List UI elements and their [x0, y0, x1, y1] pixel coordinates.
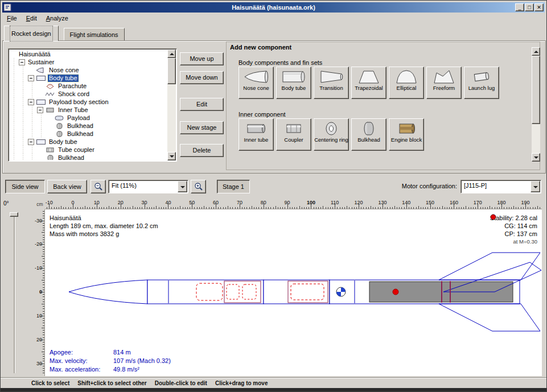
tree-item-parachute[interactable]: Parachute	[10, 82, 167, 90]
close-button[interactable]: ✕	[534, 3, 544, 11]
expander-spacer	[10, 51, 16, 57]
payload-section-shape[interactable]	[264, 280, 330, 304]
tree-guide	[10, 58, 19, 66]
tree-item-bulkhead[interactable]: Bulkhead	[10, 154, 167, 160]
tree-guide	[10, 90, 19, 98]
tree-item-inner-tube[interactable]: Inner Tube	[10, 106, 167, 114]
component-button-bulkhead[interactable]: Bulkhead	[351, 118, 386, 151]
chevron-down-icon[interactable]	[530, 181, 540, 192]
menu-analyze[interactable]: Analyze	[42, 13, 73, 24]
chevron-down-icon[interactable]	[178, 181, 187, 192]
collapse-toggle-icon[interactable]	[37, 107, 43, 113]
ruler-label: 110	[331, 200, 339, 205]
zoom-select[interactable]: Fit (11%)	[108, 180, 188, 193]
status-hint: Shift+click to select other	[77, 380, 146, 386]
tree-item-sustainer[interactable]: Sustainer	[10, 58, 167, 66]
component-button-freeform[interactable]: Freeform	[426, 67, 462, 99]
tree-item-body-tube[interactable]: Body tube	[10, 74, 167, 82]
payload-icon	[54, 115, 64, 121]
edit-button[interactable]: Edit	[180, 98, 224, 111]
component-button-elliptical[interactable]: Elliptical	[389, 67, 424, 99]
component-button-label: Elliptical	[397, 85, 417, 91]
innertube-icon	[45, 107, 55, 113]
cg-value: CG: 114 cm	[504, 222, 537, 229]
menu-file[interactable]: File	[2, 13, 22, 24]
tree-item-payload[interactable]: Payload	[10, 114, 167, 122]
expander-spacer	[37, 147, 43, 153]
component-button-label: Engine block	[391, 137, 422, 143]
scroll-up-icon[interactable]	[532, 47, 540, 56]
rotation-slider-handle[interactable]	[10, 212, 18, 217]
tree-item-payload-body-section[interactable]: Payload body section	[10, 98, 167, 106]
status-hint: Click to select	[31, 380, 69, 386]
collapse-toggle-icon[interactable]	[19, 59, 25, 65]
expander-spacer	[37, 155, 43, 160]
collapse-toggle-icon[interactable]	[28, 139, 34, 145]
tree-item-body-tube[interactable]: Body tube	[10, 138, 167, 146]
stage-1-toggle[interactable]: Stage 1	[217, 180, 250, 193]
scrollbar-thumb[interactable]	[167, 58, 176, 84]
tree-item-bulkhead[interactable]: Bulkhead	[10, 122, 167, 130]
tab-rocket-design[interactable]: Rocket design	[4, 26, 59, 41]
component-button-transition[interactable]: Transition	[314, 67, 349, 99]
mach-note: at M=0.30	[490, 238, 537, 246]
component-button-body-tube[interactable]: Body tube	[276, 67, 311, 99]
component-button-launch-lug[interactable]: Launch lug	[464, 67, 499, 99]
bodytube-icon	[36, 75, 46, 81]
component-button-label: Bulkhead	[357, 137, 380, 143]
component-button-label: Transition	[319, 85, 343, 91]
tree-scrollbar[interactable]	[167, 49, 176, 160]
tree-guide	[28, 130, 37, 138]
scroll-up-icon[interactable]	[167, 49, 176, 58]
ruler-label: 10	[36, 313, 42, 319]
nose-cone-shape[interactable]	[69, 280, 147, 304]
component-button-inner-tube[interactable]: Inner tube	[238, 118, 274, 151]
collapse-toggle-icon[interactable]	[28, 75, 34, 81]
menu-edit[interactable]: Edit	[22, 13, 42, 24]
motor-configuration-select[interactable]: [J115-P]	[460, 180, 541, 193]
back-view-button[interactable]: Back view	[47, 180, 87, 193]
tab-flight-simulations[interactable]: Flight simulations	[64, 28, 125, 41]
tree-item-shock-cord[interactable]: Shock cord	[10, 90, 167, 98]
move-down-button[interactable]: Move down	[180, 71, 224, 84]
zoom-out-button[interactable]	[91, 180, 106, 193]
titlebar[interactable]: Haisunäätä (haisunaata.ork) _ □ ✕	[2, 2, 545, 13]
freeform-icon	[431, 69, 456, 84]
tree-item-nose-cone[interactable]: Nose cone	[10, 66, 167, 74]
tree-guide	[19, 90, 28, 98]
component-button-trapezoidal[interactable]: Trapezoidal	[351, 67, 386, 99]
tree-guide	[19, 106, 28, 114]
side-view-button[interactable]: Side view	[5, 180, 45, 193]
rotation-slider-track[interactable]	[14, 213, 15, 373]
tree-guide	[28, 114, 37, 122]
component-button-nose-cone[interactable]: Nose cone	[238, 67, 274, 99]
ruler-label: -30	[35, 218, 42, 224]
ruler-label: 140	[402, 200, 410, 205]
tree-item-label: Haisunäätä	[18, 51, 52, 58]
minimize-button[interactable]: _	[515, 3, 524, 11]
tree-guide	[19, 74, 28, 82]
launch-lug-icon	[469, 69, 494, 84]
delete-button[interactable]: Delete	[180, 144, 224, 157]
bulkhead-icon	[356, 121, 381, 136]
rocket-canvas[interactable]: Haisunäätä Length 189 cm, max. diameter …	[45, 209, 542, 376]
maximize-button[interactable]: □	[525, 3, 534, 11]
move-up-button[interactable]: Move up	[180, 52, 224, 65]
tree-guide	[28, 154, 37, 160]
tree-item-bulkhead[interactable]: Bulkhead	[10, 130, 167, 138]
scroll-down-icon[interactable]	[532, 153, 540, 162]
tree-item-haisun-t[interactable]: Haisunäätä	[10, 50, 167, 58]
zoom-in-button[interactable]	[191, 180, 206, 193]
palette-scrollbar[interactable]	[532, 47, 540, 162]
collapse-toggle-icon[interactable]	[28, 99, 34, 105]
new-stage-button[interactable]: New stage	[180, 121, 224, 134]
rocket-name: Haisunäätä	[50, 214, 158, 222]
component-button-engine-block[interactable]: Engine block	[389, 118, 424, 151]
scroll-down-icon[interactable]	[167, 152, 176, 160]
component-button-coupler[interactable]: Coupler	[276, 118, 311, 151]
fin-lower-shape[interactable]	[439, 304, 540, 331]
app-icon[interactable]	[3, 3, 11, 11]
component-button-centering-ring[interactable]: Centering ring	[314, 118, 349, 151]
tree-item-tube-coupler[interactable]: Tube coupler	[10, 146, 167, 154]
scrollbar-thumb[interactable]	[532, 56, 540, 124]
